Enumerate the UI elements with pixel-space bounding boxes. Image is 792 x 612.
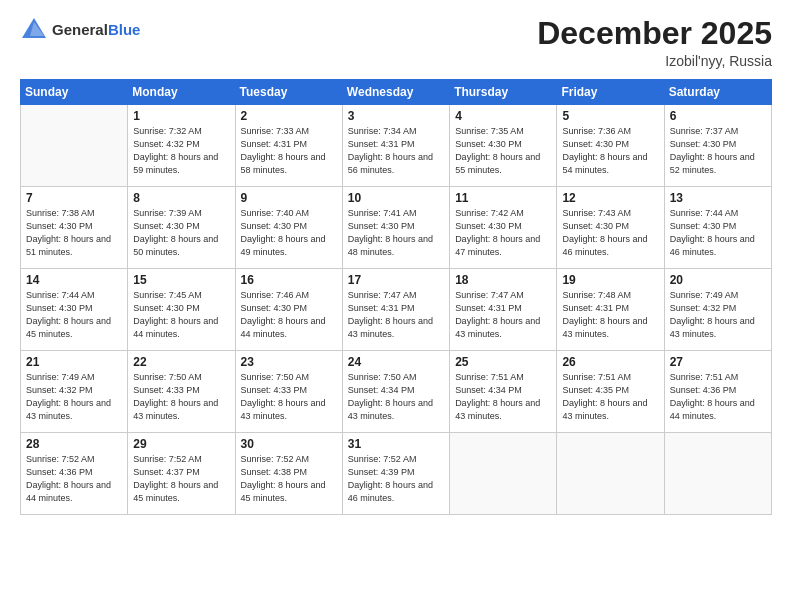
header: GeneralBlue December 2025 Izobil'nyy, Ru…: [20, 16, 772, 69]
table-row: 26Sunrise: 7:51 AMSunset: 4:35 PMDayligh…: [557, 351, 664, 433]
page: GeneralBlue December 2025 Izobil'nyy, Ru…: [0, 0, 792, 612]
day-info: Sunrise: 7:38 AMSunset: 4:30 PMDaylight:…: [26, 207, 122, 259]
table-row: 28Sunrise: 7:52 AMSunset: 4:36 PMDayligh…: [21, 433, 128, 515]
table-row: 24Sunrise: 7:50 AMSunset: 4:34 PMDayligh…: [342, 351, 449, 433]
calendar-header-row: Sunday Monday Tuesday Wednesday Thursday…: [21, 80, 772, 105]
table-row: 7Sunrise: 7:38 AMSunset: 4:30 PMDaylight…: [21, 187, 128, 269]
logo-blue: Blue: [108, 21, 141, 38]
table-row: 16Sunrise: 7:46 AMSunset: 4:30 PMDayligh…: [235, 269, 342, 351]
day-number: 9: [241, 191, 337, 205]
table-row: 4Sunrise: 7:35 AMSunset: 4:30 PMDaylight…: [450, 105, 557, 187]
table-row: 20Sunrise: 7:49 AMSunset: 4:32 PMDayligh…: [664, 269, 771, 351]
month-title: December 2025: [537, 16, 772, 51]
col-monday: Monday: [128, 80, 235, 105]
day-number: 12: [562, 191, 658, 205]
day-number: 18: [455, 273, 551, 287]
calendar-table: Sunday Monday Tuesday Wednesday Thursday…: [20, 79, 772, 515]
calendar-week-row: 28Sunrise: 7:52 AMSunset: 4:36 PMDayligh…: [21, 433, 772, 515]
table-row: [450, 433, 557, 515]
table-row: 18Sunrise: 7:47 AMSunset: 4:31 PMDayligh…: [450, 269, 557, 351]
day-info: Sunrise: 7:47 AMSunset: 4:31 PMDaylight:…: [348, 289, 444, 341]
day-number: 22: [133, 355, 229, 369]
table-row: 12Sunrise: 7:43 AMSunset: 4:30 PMDayligh…: [557, 187, 664, 269]
day-info: Sunrise: 7:40 AMSunset: 4:30 PMDaylight:…: [241, 207, 337, 259]
title-block: December 2025 Izobil'nyy, Russia: [537, 16, 772, 69]
table-row: 11Sunrise: 7:42 AMSunset: 4:30 PMDayligh…: [450, 187, 557, 269]
day-info: Sunrise: 7:50 AMSunset: 4:34 PMDaylight:…: [348, 371, 444, 423]
day-number: 31: [348, 437, 444, 451]
day-info: Sunrise: 7:46 AMSunset: 4:30 PMDaylight:…: [241, 289, 337, 341]
day-number: 11: [455, 191, 551, 205]
day-number: 2: [241, 109, 337, 123]
table-row: 3Sunrise: 7:34 AMSunset: 4:31 PMDaylight…: [342, 105, 449, 187]
day-info: Sunrise: 7:49 AMSunset: 4:32 PMDaylight:…: [26, 371, 122, 423]
logo-icon: [20, 16, 48, 44]
table-row: 10Sunrise: 7:41 AMSunset: 4:30 PMDayligh…: [342, 187, 449, 269]
table-row: 21Sunrise: 7:49 AMSunset: 4:32 PMDayligh…: [21, 351, 128, 433]
col-thursday: Thursday: [450, 80, 557, 105]
day-info: Sunrise: 7:52 AMSunset: 4:39 PMDaylight:…: [348, 453, 444, 505]
day-info: Sunrise: 7:36 AMSunset: 4:30 PMDaylight:…: [562, 125, 658, 177]
day-number: 17: [348, 273, 444, 287]
day-info: Sunrise: 7:50 AMSunset: 4:33 PMDaylight:…: [133, 371, 229, 423]
day-number: 16: [241, 273, 337, 287]
table-row: 30Sunrise: 7:52 AMSunset: 4:38 PMDayligh…: [235, 433, 342, 515]
table-row: 13Sunrise: 7:44 AMSunset: 4:30 PMDayligh…: [664, 187, 771, 269]
table-row: 31Sunrise: 7:52 AMSunset: 4:39 PMDayligh…: [342, 433, 449, 515]
table-row: 14Sunrise: 7:44 AMSunset: 4:30 PMDayligh…: [21, 269, 128, 351]
day-info: Sunrise: 7:37 AMSunset: 4:30 PMDaylight:…: [670, 125, 766, 177]
calendar-week-row: 7Sunrise: 7:38 AMSunset: 4:30 PMDaylight…: [21, 187, 772, 269]
day-number: 15: [133, 273, 229, 287]
day-number: 26: [562, 355, 658, 369]
table-row: 17Sunrise: 7:47 AMSunset: 4:31 PMDayligh…: [342, 269, 449, 351]
table-row: 29Sunrise: 7:52 AMSunset: 4:37 PMDayligh…: [128, 433, 235, 515]
day-number: 5: [562, 109, 658, 123]
day-number: 24: [348, 355, 444, 369]
table-row: 15Sunrise: 7:45 AMSunset: 4:30 PMDayligh…: [128, 269, 235, 351]
table-row: 8Sunrise: 7:39 AMSunset: 4:30 PMDaylight…: [128, 187, 235, 269]
location: Izobil'nyy, Russia: [537, 53, 772, 69]
table-row: 9Sunrise: 7:40 AMSunset: 4:30 PMDaylight…: [235, 187, 342, 269]
table-row: 27Sunrise: 7:51 AMSunset: 4:36 PMDayligh…: [664, 351, 771, 433]
table-row: 5Sunrise: 7:36 AMSunset: 4:30 PMDaylight…: [557, 105, 664, 187]
day-number: 13: [670, 191, 766, 205]
day-info: Sunrise: 7:51 AMSunset: 4:35 PMDaylight:…: [562, 371, 658, 423]
day-number: 1: [133, 109, 229, 123]
day-info: Sunrise: 7:44 AMSunset: 4:30 PMDaylight:…: [670, 207, 766, 259]
day-number: 30: [241, 437, 337, 451]
table-row: 23Sunrise: 7:50 AMSunset: 4:33 PMDayligh…: [235, 351, 342, 433]
table-row: [557, 433, 664, 515]
day-number: 20: [670, 273, 766, 287]
table-row: 1Sunrise: 7:32 AMSunset: 4:32 PMDaylight…: [128, 105, 235, 187]
day-number: 4: [455, 109, 551, 123]
table-row: 19Sunrise: 7:48 AMSunset: 4:31 PMDayligh…: [557, 269, 664, 351]
day-info: Sunrise: 7:50 AMSunset: 4:33 PMDaylight:…: [241, 371, 337, 423]
day-info: Sunrise: 7:47 AMSunset: 4:31 PMDaylight:…: [455, 289, 551, 341]
col-tuesday: Tuesday: [235, 80, 342, 105]
day-number: 8: [133, 191, 229, 205]
day-info: Sunrise: 7:42 AMSunset: 4:30 PMDaylight:…: [455, 207, 551, 259]
day-number: 28: [26, 437, 122, 451]
calendar-week-row: 1Sunrise: 7:32 AMSunset: 4:32 PMDaylight…: [21, 105, 772, 187]
day-info: Sunrise: 7:32 AMSunset: 4:32 PMDaylight:…: [133, 125, 229, 177]
logo: GeneralBlue: [20, 16, 140, 44]
day-info: Sunrise: 7:33 AMSunset: 4:31 PMDaylight:…: [241, 125, 337, 177]
day-number: 23: [241, 355, 337, 369]
day-info: Sunrise: 7:35 AMSunset: 4:30 PMDaylight:…: [455, 125, 551, 177]
calendar-week-row: 21Sunrise: 7:49 AMSunset: 4:32 PMDayligh…: [21, 351, 772, 433]
calendar-week-row: 14Sunrise: 7:44 AMSunset: 4:30 PMDayligh…: [21, 269, 772, 351]
day-number: 3: [348, 109, 444, 123]
day-info: Sunrise: 7:45 AMSunset: 4:30 PMDaylight:…: [133, 289, 229, 341]
day-info: Sunrise: 7:43 AMSunset: 4:30 PMDaylight:…: [562, 207, 658, 259]
table-row: [21, 105, 128, 187]
day-number: 19: [562, 273, 658, 287]
table-row: 6Sunrise: 7:37 AMSunset: 4:30 PMDaylight…: [664, 105, 771, 187]
day-info: Sunrise: 7:52 AMSunset: 4:37 PMDaylight:…: [133, 453, 229, 505]
table-row: 25Sunrise: 7:51 AMSunset: 4:34 PMDayligh…: [450, 351, 557, 433]
day-number: 27: [670, 355, 766, 369]
col-saturday: Saturday: [664, 80, 771, 105]
table-row: 22Sunrise: 7:50 AMSunset: 4:33 PMDayligh…: [128, 351, 235, 433]
day-info: Sunrise: 7:52 AMSunset: 4:38 PMDaylight:…: [241, 453, 337, 505]
day-info: Sunrise: 7:44 AMSunset: 4:30 PMDaylight:…: [26, 289, 122, 341]
day-info: Sunrise: 7:49 AMSunset: 4:32 PMDaylight:…: [670, 289, 766, 341]
